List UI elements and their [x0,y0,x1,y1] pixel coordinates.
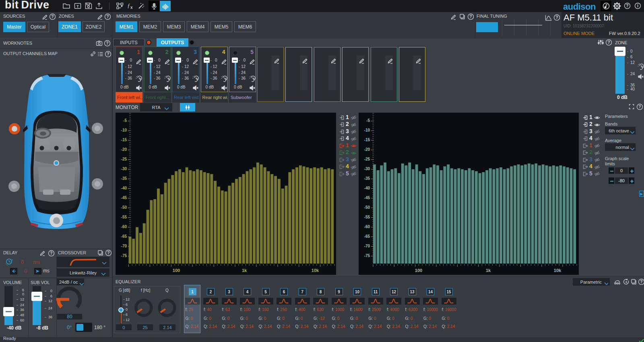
svg-text:?: ? [555,15,558,20]
svg-text:?: ? [607,40,610,45]
svg-text:T: T [76,4,79,8]
svg-text:?: ? [638,104,641,109]
svg-text:?: ? [469,14,472,19]
svg-text:?: ? [107,52,109,56]
svg-text:?: ? [640,279,642,284]
svg-text:ƒ: ƒ [127,2,130,9]
svg-text:i: i [637,3,638,8]
svg-text:?: ? [107,250,109,255]
svg-text:?: ? [50,251,52,255]
svg-text:?: ? [626,3,628,8]
svg-text:x: x [130,5,133,10]
svg-text:?: ? [106,14,109,19]
svg-text:?: ? [51,14,54,19]
svg-text:?: ? [106,41,108,45]
